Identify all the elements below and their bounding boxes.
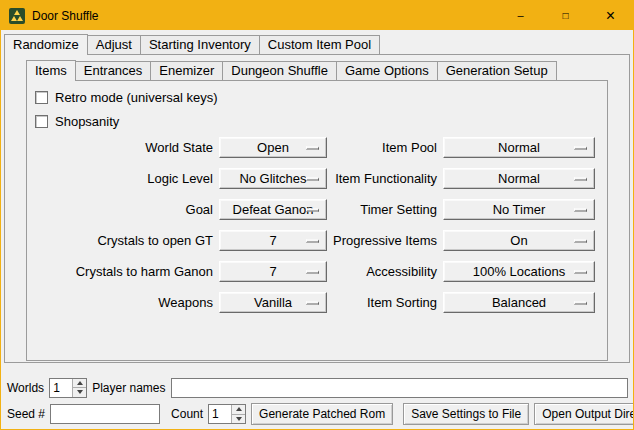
goal-value: Defeat Ganon <box>233 202 314 217</box>
worlds-label: Worlds <box>7 381 44 395</box>
randomize-notebook: Items Entrances Enemizer Dungeon Shuffle… <box>26 59 608 361</box>
count-spin-down-button[interactable] <box>232 414 245 424</box>
world-state-label: World State <box>35 137 213 158</box>
seed-label: Seed # <box>7 407 45 421</box>
window: Door Shuffle – □ × Randomize Adjust Star… <box>0 0 634 430</box>
weapons-label: Weapons <box>35 292 213 313</box>
up-arrow-icon <box>77 381 83 385</box>
tab-generation-setup[interactable]: Generation Setup <box>437 61 557 80</box>
shopsanity-checkbox[interactable] <box>35 115 48 128</box>
tab-enemizer[interactable]: Enemizer <box>150 61 223 80</box>
world-state-value: Open <box>257 140 289 155</box>
count-spinbox[interactable]: 1 <box>208 404 246 424</box>
crystals-harm-ganon-dropdown[interactable]: 7 <box>219 261 327 282</box>
tab-randomize[interactable]: Randomize <box>4 34 88 55</box>
up-arrow-icon <box>236 407 242 411</box>
minimize-button[interactable]: – <box>498 1 543 30</box>
tab-starting-inventory-label: Starting Inventory <box>149 37 251 52</box>
crystals-open-gt-dropdown[interactable]: 7 <box>219 230 327 251</box>
dropdown-indicator-icon <box>306 270 319 273</box>
tab-entrances-label: Entrances <box>84 63 143 78</box>
worlds-value[interactable]: 1 <box>50 379 72 397</box>
worlds-row: Worlds 1 Player names <box>7 377 628 398</box>
worlds-spinbox[interactable]: 1 <box>49 378 87 398</box>
close-button[interactable]: × <box>588 1 633 30</box>
progressive-items-dropdown[interactable]: On <box>443 230 595 251</box>
tab-items[interactable]: Items <box>26 60 76 81</box>
crystals-open-gt-value: 7 <box>269 233 276 248</box>
tab-dungeon-shuffle[interactable]: Dungeon Shuffle <box>222 61 337 80</box>
tab-custom-item-pool[interactable]: Custom Item Pool <box>259 35 380 54</box>
seed-input[interactable] <box>50 404 160 424</box>
minimize-icon: – <box>517 10 523 21</box>
window-title: Door Shuffle <box>32 9 99 23</box>
dropdown-indicator-icon <box>574 239 587 242</box>
dropdown-indicator-icon <box>306 177 319 180</box>
crystals-harm-ganon-value: 7 <box>269 264 276 279</box>
randomize-tabbar: Items Entrances Enemizer Dungeon Shuffle… <box>26 59 608 80</box>
weapons-dropdown[interactable]: Vanilla <box>219 292 327 313</box>
dropdown-indicator-icon <box>306 301 319 304</box>
close-icon: × <box>606 8 615 24</box>
worlds-spin-up-button[interactable] <box>73 379 86 388</box>
tab-randomize-label: Randomize <box>13 37 79 52</box>
titlebar[interactable]: Door Shuffle – □ × <box>1 1 633 30</box>
down-arrow-icon <box>77 390 83 394</box>
count-value[interactable]: 1 <box>209 405 231 423</box>
logic-level-dropdown[interactable]: No Glitches <box>219 168 327 189</box>
shopsanity-checkbox-row[interactable]: Shopsanity <box>35 113 599 129</box>
timer-setting-label: Timer Setting <box>333 199 437 220</box>
worlds-spin-down-button[interactable] <box>73 387 86 397</box>
dropdown-indicator-icon <box>306 208 319 211</box>
caption-buttons: – □ × <box>498 1 633 30</box>
retro-mode-checkbox-row[interactable]: Retro mode (universal keys) <box>35 89 599 105</box>
accessibility-dropdown[interactable]: 100% Locations <box>443 261 595 282</box>
dropdown-indicator-icon <box>574 301 587 304</box>
item-pool-dropdown[interactable]: Normal <box>443 137 595 158</box>
count-label: Count <box>171 407 203 421</box>
items-pane: Retro mode (universal keys) Shopsanity W… <box>26 80 608 361</box>
dropdown-indicator-icon <box>306 239 319 242</box>
tab-game-options[interactable]: Game Options <box>336 61 438 80</box>
tab-dungeon-shuffle-label: Dungeon Shuffle <box>231 63 328 78</box>
tab-adjust[interactable]: Adjust <box>87 35 141 54</box>
save-settings-button[interactable]: Save Settings to File <box>403 403 529 425</box>
open-output-directory-button[interactable]: Open Output Directory <box>534 403 633 425</box>
tab-items-label: Items <box>35 63 67 78</box>
player-names-input[interactable] <box>171 378 629 398</box>
randomize-pane: Items Entrances Enemizer Dungeon Shuffle… <box>4 54 630 363</box>
count-spin-up-button[interactable] <box>232 405 245 414</box>
item-pool-value: Normal <box>498 140 540 155</box>
maximize-button[interactable]: □ <box>543 1 588 30</box>
tab-custom-item-pool-label: Custom Item Pool <box>268 37 371 52</box>
tab-enemizer-label: Enemizer <box>159 63 214 78</box>
tab-game-options-label: Game Options <box>345 63 429 78</box>
item-pool-label: Item Pool <box>333 137 437 158</box>
player-names-label: Player names <box>92 381 165 395</box>
world-state-dropdown[interactable]: Open <box>219 137 327 158</box>
seed-row: Seed # Count 1 Generate Patched Rom Save… <box>7 403 628 425</box>
accessibility-value: 100% Locations <box>473 264 566 279</box>
item-functionality-dropdown[interactable]: Normal <box>443 168 595 189</box>
dropdown-indicator-icon <box>574 146 587 149</box>
dropdown-indicator-icon <box>306 146 319 149</box>
progressive-items-value: On <box>510 233 527 248</box>
app-icon <box>9 8 25 24</box>
tab-entrances[interactable]: Entrances <box>75 61 152 80</box>
crystals-harm-ganon-label: Crystals to harm Ganon <box>35 261 213 282</box>
logic-level-value: No Glitches <box>239 171 306 186</box>
goal-dropdown[interactable]: Defeat Ganon <box>219 199 327 220</box>
main-tabbar: Randomize Adjust Starting Inventory Cust… <box>4 33 630 54</box>
worlds-spin-buttons <box>72 379 86 397</box>
crystals-open-gt-label: Crystals to open GT <box>35 230 213 251</box>
retro-mode-checkbox[interactable] <box>35 91 48 104</box>
item-sorting-dropdown[interactable]: Balanced <box>443 292 595 313</box>
tab-starting-inventory[interactable]: Starting Inventory <box>140 35 260 54</box>
timer-setting-dropdown[interactable]: No Timer <box>443 199 595 220</box>
generate-patched-rom-button[interactable]: Generate Patched Rom <box>251 403 393 425</box>
goal-label: Goal <box>35 199 213 220</box>
client-area: Randomize Adjust Starting Inventory Cust… <box>1 30 633 429</box>
options-grid: World State Open Item Pool Normal <box>35 137 599 313</box>
retro-mode-label: Retro mode (universal keys) <box>55 90 218 105</box>
down-arrow-icon <box>236 417 242 421</box>
